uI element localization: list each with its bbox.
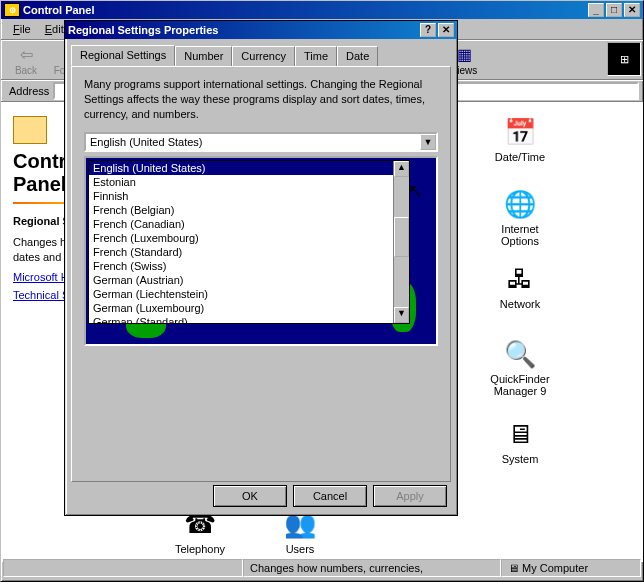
tab-row: Regional Settings Number Currency Time D…: [65, 39, 457, 66]
tab-currency[interactable]: Currency: [232, 46, 295, 67]
globe-icon: 🌐: [504, 188, 536, 220]
locale-listbox[interactable]: English (United States) Estonian Finnish…: [88, 160, 410, 324]
folder-icon: [13, 116, 47, 144]
dialog-help-button[interactable]: ?: [420, 23, 436, 37]
list-item[interactable]: French (Standard): [89, 245, 409, 259]
minimize-button[interactable]: _: [588, 3, 604, 17]
list-item[interactable]: German (Liechtenstein): [89, 287, 409, 301]
list-item[interactable]: Finnish: [89, 189, 409, 203]
locale-combo[interactable]: English (United States) ▼: [84, 132, 438, 152]
chevron-down-icon[interactable]: ▼: [420, 134, 436, 150]
icon-network[interactable]: 🖧Network: [481, 263, 559, 310]
list-item[interactable]: German (Standard): [89, 315, 409, 324]
list-item[interactable]: French (Canadian): [89, 217, 409, 231]
ok-button[interactable]: OK: [213, 485, 287, 507]
tab-date[interactable]: Date: [337, 46, 378, 67]
statusbar: Changes how numbers, currencies, 🖥 My Co…: [3, 559, 641, 579]
tab-time[interactable]: Time: [295, 46, 337, 67]
scrollbar[interactable]: ▲ ▼: [393, 161, 409, 323]
scroll-up-icon[interactable]: ▲: [394, 161, 409, 177]
close-button[interactable]: ✕: [624, 3, 640, 17]
icon-internet[interactable]: 🌐Internet Options: [481, 188, 559, 247]
list-item[interactable]: German (Luxembourg): [89, 301, 409, 315]
scroll-down-icon[interactable]: ▼: [394, 307, 409, 323]
list-item[interactable]: German (Austrian): [89, 273, 409, 287]
calendar-icon: 📅: [504, 116, 536, 148]
address-label: Address: [5, 85, 53, 97]
tab-body: Many programs support international sett…: [71, 66, 451, 482]
cancel-button[interactable]: Cancel: [293, 485, 367, 507]
network-icon: 🖧: [504, 263, 536, 295]
apply-button[interactable]: Apply: [373, 485, 447, 507]
dialog-titlebar: Regional Settings Properties ? ✕: [65, 21, 457, 39]
list-item[interactable]: French (Belgian): [89, 203, 409, 217]
world-map: English (United States) Estonian Finnish…: [84, 156, 438, 346]
status-left: [3, 559, 243, 577]
scroll-thumb[interactable]: [394, 217, 409, 257]
computer-icon: 🖥: [504, 418, 536, 450]
explain-text: Many programs support international sett…: [84, 77, 438, 122]
list-item[interactable]: Estonian: [89, 175, 409, 189]
status-right: 🖥 My Computer: [501, 559, 641, 577]
control-panel-icon: ⚙: [4, 3, 20, 17]
main-title: Control Panel: [23, 4, 95, 16]
list-item[interactable]: French (Swiss): [89, 259, 409, 273]
main-titlebar: ⚙ Control Panel _ □ ✕: [1, 1, 643, 19]
icon-quickfinder[interactable]: 🔍QuickFinder Manager 9: [481, 338, 559, 397]
list-item[interactable]: French (Luxembourg): [89, 231, 409, 245]
status-mid: Changes how numbers, currencies,: [243, 559, 501, 577]
mycomputer-icon: 🖥: [508, 562, 522, 574]
list-item[interactable]: English (United States): [89, 161, 409, 175]
magnifier-icon: 🔍: [504, 338, 536, 370]
combo-value: English (United States): [86, 136, 420, 148]
icon-system[interactable]: 🖥System: [481, 418, 559, 465]
throbber-icon: ⊞: [607, 42, 641, 76]
tab-regional[interactable]: Regional Settings: [71, 45, 175, 66]
dialog-buttons: OK Cancel Apply: [213, 485, 447, 507]
tab-number[interactable]: Number: [175, 46, 232, 67]
dialog-title: Regional Settings Properties: [68, 24, 218, 36]
regional-settings-dialog: Regional Settings Properties ? ✕ Regiona…: [64, 20, 458, 516]
menu-file[interactable]: File: [7, 21, 37, 37]
dialog-close-button[interactable]: ✕: [438, 23, 454, 37]
back-button[interactable]: ⇦Back: [3, 42, 49, 78]
maximize-button[interactable]: □: [606, 3, 622, 17]
icon-datetime[interactable]: 📅Date/Time: [481, 116, 559, 163]
